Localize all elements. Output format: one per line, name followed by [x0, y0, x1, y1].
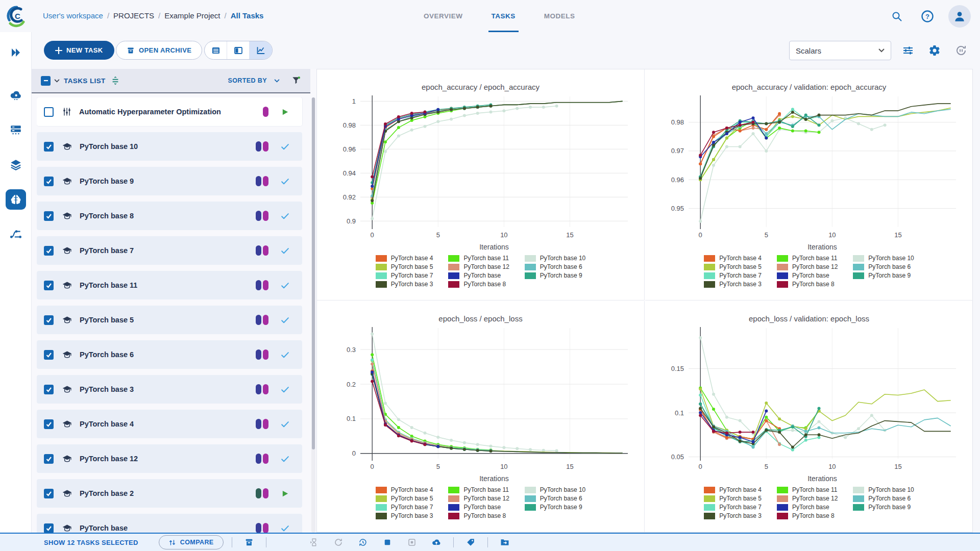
sidebar-item-datasets[interactable]	[0, 151, 32, 179]
task-row[interactable]: PyTorch base 12	[37, 444, 302, 473]
legend-item[interactable]: PyTorch base 10	[525, 486, 585, 493]
legend-item[interactable]: PyTorch base 8	[448, 512, 509, 519]
user-avatar[interactable]	[948, 5, 971, 28]
sort-columns-icon[interactable]	[111, 76, 120, 85]
search-icon[interactable]	[887, 7, 906, 26]
add-tag-button[interactable]	[462, 535, 479, 549]
task-row[interactable]: PyTorch base 2	[37, 479, 302, 508]
compare-button[interactable]: COMPARE	[159, 535, 224, 549]
abort-button[interactable]	[305, 535, 323, 549]
legend-item[interactable]: PyTorch base 6	[525, 263, 585, 270]
legend-item[interactable]: PyTorch base 11	[777, 255, 838, 262]
abort-all-children-button[interactable]	[403, 535, 421, 549]
legend-item[interactable]: PyTorch base 8	[448, 281, 509, 288]
task-checkbox[interactable]	[44, 246, 54, 256]
legend-item[interactable]: PyTorch base 7	[704, 504, 762, 511]
task-checkbox[interactable]	[44, 315, 54, 325]
help-icon[interactable]: ?	[918, 7, 937, 26]
task-row[interactable]: PyTorch base 5	[37, 306, 302, 334]
task-checkbox[interactable]	[44, 211, 54, 221]
charts-view-button[interactable]	[250, 41, 272, 59]
legend-item[interactable]: PyTorch base	[777, 504, 838, 511]
line-chart[interactable]: 0510150.050.10.15Iterations	[656, 323, 962, 485]
task-row[interactable]: PyTorch base 8	[37, 202, 302, 230]
task-checkbox[interactable]	[44, 281, 54, 290]
legend-item[interactable]: PyTorch base 9	[853, 272, 914, 279]
legend-item[interactable]: PyTorch base 8	[777, 281, 838, 288]
gear-icon[interactable]	[925, 41, 944, 60]
legend-item[interactable]: PyTorch base 3	[704, 281, 762, 288]
legend-item[interactable]: PyTorch base 3	[704, 512, 762, 519]
legend-item[interactable]: PyTorch base	[777, 272, 838, 279]
legend-item[interactable]: PyTorch base 10	[525, 255, 585, 262]
legend-item[interactable]: PyTorch base 12	[448, 263, 509, 270]
task-row[interactable]: PyTorch base 7	[37, 236, 302, 265]
split-view-button[interactable]	[227, 41, 250, 59]
reset-button[interactable]	[354, 535, 372, 549]
auto-refresh-icon[interactable]	[951, 41, 971, 60]
sidebar-item-expand[interactable]	[0, 38, 32, 67]
breadcrumb-project[interactable]: Example Project	[164, 11, 220, 20]
tab-overview[interactable]: OVERVIEW	[424, 0, 463, 32]
stop-button[interactable]	[379, 535, 396, 549]
legend-item[interactable]: PyTorch base 8	[777, 512, 838, 519]
select-all-checkbox[interactable]	[41, 76, 51, 86]
legend-item[interactable]: PyTorch base 4	[376, 486, 433, 493]
new-task-button[interactable]: NEW TASK	[44, 41, 114, 60]
task-row[interactable]: PyTorch base 6	[37, 340, 302, 369]
task-row[interactable]: PyTorch base 11	[37, 271, 302, 299]
sidebar-item-queues[interactable]	[0, 116, 32, 144]
legend-item[interactable]: PyTorch base 6	[525, 495, 585, 502]
legend-item[interactable]: PyTorch base 11	[448, 486, 509, 493]
table-view-button[interactable]	[205, 41, 227, 59]
legend-item[interactable]: PyTorch base 12	[777, 495, 838, 502]
legend-item[interactable]: PyTorch base 3	[376, 281, 433, 288]
sorted-by-button[interactable]: SORTED BY	[228, 77, 267, 84]
task-checkbox[interactable]	[44, 419, 54, 429]
legend-item[interactable]: PyTorch base 9	[525, 504, 585, 511]
line-chart[interactable]: 0510150.950.960.970.98Iterations	[656, 91, 962, 254]
tab-tasks[interactable]: TASKS	[492, 0, 516, 32]
legend-item[interactable]: PyTorch base 12	[777, 263, 838, 270]
breadcrumb-workspace[interactable]: User's workspace	[43, 11, 103, 20]
task-checkbox[interactable]	[44, 142, 54, 152]
legend-item[interactable]: PyTorch base	[448, 272, 509, 279]
task-row[interactable]: PyTorch base 10	[37, 132, 302, 161]
metric-type-dropdown[interactable]: Scalars	[789, 41, 891, 60]
task-checkbox[interactable]	[44, 454, 54, 464]
tune-settings-icon[interactable]	[898, 41, 918, 60]
task-row[interactable]: Automatic Hyperparameter Optimization	[37, 97, 302, 126]
legend-item[interactable]: PyTorch base 4	[704, 255, 762, 262]
sorted-by-caret-icon[interactable]	[274, 79, 280, 83]
task-checkbox[interactable]	[44, 489, 54, 498]
tab-models[interactable]: MODELS	[544, 0, 575, 32]
task-checkbox[interactable]	[44, 385, 54, 394]
selection-caret-icon[interactable]	[54, 79, 60, 83]
legend-item[interactable]: PyTorch base 11	[777, 486, 838, 493]
legend-item[interactable]: PyTorch base 5	[376, 263, 433, 270]
legend-item[interactable]: PyTorch base 7	[376, 272, 433, 279]
legend-item[interactable]: PyTorch base 7	[376, 504, 433, 511]
legend-item[interactable]: PyTorch base 5	[376, 495, 433, 502]
legend-item[interactable]: PyTorch base 4	[376, 255, 433, 262]
legend-item[interactable]: PyTorch base 9	[853, 504, 914, 511]
clearml-logo[interactable]: C	[5, 4, 29, 28]
move-to-project-button[interactable]	[496, 535, 513, 549]
archive-button[interactable]	[240, 535, 258, 549]
sidebar-item-pipelines[interactable]	[0, 220, 32, 248]
publish-button[interactable]	[428, 535, 445, 549]
task-row[interactable]: PyTorch base 3	[37, 375, 302, 404]
legend-item[interactable]: PyTorch base 10	[853, 255, 914, 262]
task-row[interactable]: PyTorch base	[37, 514, 302, 533]
breadcrumb-projects[interactable]: PROJECTS	[113, 11, 154, 20]
legend-item[interactable]: PyTorch base	[448, 504, 509, 511]
legend-item[interactable]: PyTorch base 4	[704, 486, 762, 493]
legend-item[interactable]: PyTorch base 7	[704, 272, 762, 279]
legend-item[interactable]: PyTorch base 10	[853, 486, 914, 493]
sidebar-item-cloud-apps[interactable]	[0, 81, 32, 110]
legend-item[interactable]: PyTorch base 5	[704, 495, 762, 502]
selected-count-text[interactable]: SHOW 12 TASKS SELECTED	[44, 539, 138, 546]
legend-item[interactable]: PyTorch base 12	[448, 495, 509, 502]
legend-item[interactable]: PyTorch base 6	[853, 263, 914, 270]
sidebar-item-projects[interactable]	[0, 185, 32, 214]
